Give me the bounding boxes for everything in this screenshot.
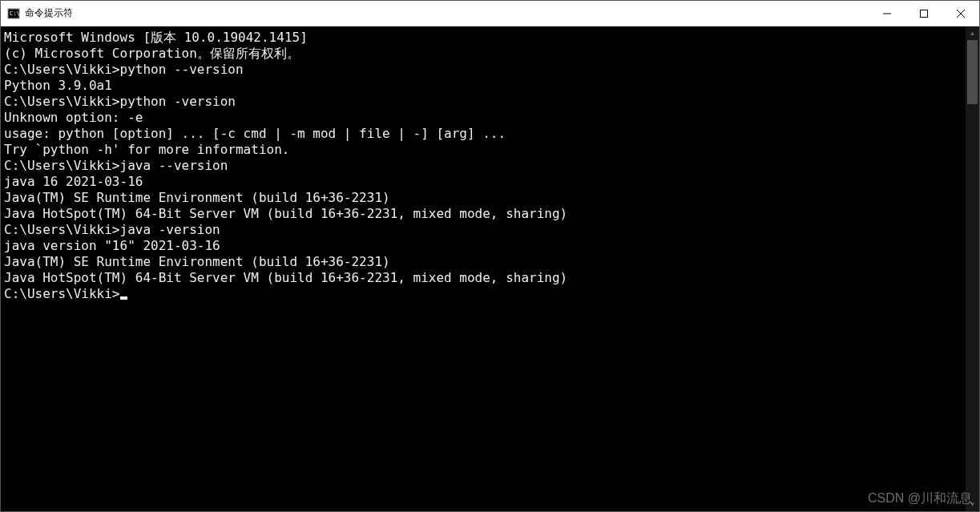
- window-title: 命令提示符: [25, 6, 869, 20]
- terminal-line: usage: python [option] ... [-c cmd | -m …: [4, 126, 962, 142]
- terminal-line: Python 3.9.0a1: [4, 78, 962, 94]
- command-prompt-window: C:\ 命令提示符 Microsoft Windows [版本 10.0.190…: [0, 0, 980, 512]
- terminal-line: C:\Users\Vikki>java --version: [4, 158, 962, 174]
- terminal-line: Java HotSpot(TM) 64-Bit Server VM (build…: [4, 270, 962, 286]
- svg-rect-3: [921, 10, 928, 17]
- scroll-up-icon[interactable]: ▲: [966, 26, 979, 40]
- terminal-area: Microsoft Windows [版本 10.0.19042.1415](c…: [1, 26, 979, 511]
- scroll-down-icon[interactable]: ▼: [966, 498, 979, 511]
- cursor: [120, 296, 127, 300]
- terminal-line: Java HotSpot(TM) 64-Bit Server VM (build…: [4, 206, 962, 222]
- terminal-line: java 16 2021-03-16: [4, 174, 962, 190]
- window-controls: [869, 1, 979, 26]
- terminal-line: C:\Users\Vikki>python -version: [4, 94, 962, 110]
- terminal-line: Try `python -h' for more information.: [4, 142, 962, 158]
- maximize-button[interactable]: [905, 1, 942, 26]
- titlebar[interactable]: C:\ 命令提示符: [1, 1, 979, 26]
- scroll-thumb[interactable]: [967, 40, 978, 104]
- close-button[interactable]: [942, 1, 979, 26]
- terminal-line: Java(TM) SE Runtime Environment (build 1…: [4, 254, 962, 270]
- terminal-line: Java(TM) SE Runtime Environment (build 1…: [4, 190, 962, 206]
- svg-text:C:\: C:\: [10, 10, 20, 17]
- terminal-line: Unknown option: -e: [4, 110, 962, 126]
- terminal-line: C:\Users\Vikki>python --version: [4, 62, 962, 78]
- terminal-line: (c) Microsoft Corporation。保留所有权利。: [4, 46, 962, 62]
- terminal-line: Microsoft Windows [版本 10.0.19042.1415]: [4, 30, 962, 46]
- terminal-line: C:\Users\Vikki>: [4, 286, 962, 302]
- terminal-line: C:\Users\Vikki>java -version: [4, 222, 962, 238]
- scroll-track[interactable]: [966, 40, 979, 498]
- terminal-line: java version "16" 2021-03-16: [4, 238, 962, 254]
- scrollbar-vertical[interactable]: ▲ ▼: [966, 26, 979, 511]
- app-icon: C:\: [7, 7, 20, 20]
- minimize-button[interactable]: [869, 1, 905, 26]
- terminal-output[interactable]: Microsoft Windows [版本 10.0.19042.1415](c…: [1, 26, 966, 511]
